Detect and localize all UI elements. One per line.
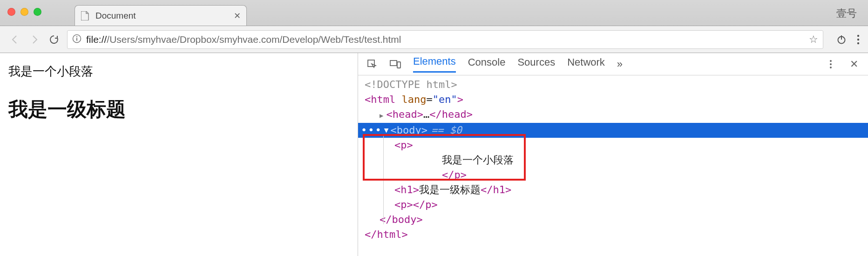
dom-tree[interactable]: <!DOCTYPE html> <html lang="en"> ▶<head>… bbox=[358, 75, 868, 242]
profile-label[interactable]: 壹号 bbox=[836, 7, 857, 20]
dom-tagname-body-close: body bbox=[392, 214, 417, 225]
tab-sources[interactable]: Sources bbox=[517, 56, 555, 72]
tab-network[interactable]: Network bbox=[567, 56, 605, 72]
svg-point-11 bbox=[830, 60, 832, 62]
browser-toolbar: file:///Users/smyhvae/Dropbox/smyhvae.co… bbox=[0, 26, 868, 53]
dom-tagname-body: body bbox=[397, 124, 421, 136]
page-viewport: 我是一个小段落 我是一级标题 bbox=[0, 53, 358, 256]
content-split: 我是一个小段落 我是一级标题 Elements Console Sources … bbox=[0, 53, 868, 256]
inspect-icon[interactable] bbox=[366, 59, 378, 70]
power-icon[interactable] bbox=[836, 34, 847, 45]
toolbar-right-icons bbox=[836, 34, 860, 45]
window-minimize-button[interactable] bbox=[20, 8, 28, 16]
dom-tagname-html: html bbox=[371, 94, 395, 105]
dom-attr-name: lang bbox=[401, 94, 426, 105]
dom-ellipsis: … bbox=[423, 108, 429, 120]
tab-title: Document bbox=[95, 11, 136, 21]
dom-tagname-p: p bbox=[400, 139, 407, 151]
menu-icon[interactable] bbox=[857, 34, 860, 45]
dom-html-open[interactable]: <html lang="en"> bbox=[358, 92, 868, 107]
file-icon bbox=[81, 11, 90, 20]
devtools-menu-icon[interactable] bbox=[825, 59, 836, 70]
forward-button[interactable] bbox=[28, 33, 41, 46]
dom-tagname-p-close: p bbox=[454, 169, 461, 181]
address-bar[interactable]: file:///Users/smyhvae/Dropbox/smyhvae.co… bbox=[67, 30, 823, 49]
browser-titlebar: Document ✕ 壹号 bbox=[0, 0, 868, 26]
expand-triangle-icon[interactable]: ▶ bbox=[380, 108, 386, 123]
dom-p-open[interactable]: <p> bbox=[358, 138, 868, 153]
bookmark-star-icon[interactable]: ☆ bbox=[809, 34, 818, 46]
svg-rect-1 bbox=[76, 38, 77, 40]
dom-tagname-h1: h1 bbox=[400, 184, 413, 195]
svg-point-13 bbox=[830, 67, 832, 68]
dom-tagname-html-close: html bbox=[377, 229, 402, 240]
tab-elements[interactable]: Elements bbox=[413, 55, 456, 73]
dom-body-close[interactable]: </body> bbox=[358, 212, 868, 227]
selection-dots-icon: ••• bbox=[358, 123, 382, 138]
svg-rect-9 bbox=[390, 61, 397, 66]
window-controls bbox=[7, 8, 41, 16]
url-path: /Users/smyhvae/Dropbox/smyhvae.com/Devel… bbox=[107, 34, 401, 45]
svg-point-6 bbox=[857, 38, 859, 40]
dom-selected-suffix: == $0 bbox=[427, 123, 462, 138]
tabs-overflow-icon[interactable]: » bbox=[617, 58, 623, 70]
tab-console[interactable]: Console bbox=[468, 56, 506, 72]
dom-tagname-p2: p bbox=[400, 199, 407, 210]
dom-tagname-head: head bbox=[393, 108, 417, 120]
window-maximize-button[interactable] bbox=[34, 8, 41, 16]
page-paragraph: 我是一个小段落 bbox=[8, 63, 349, 80]
dom-h1[interactable]: <h1>我是一级标题</h1> bbox=[358, 182, 868, 197]
dom-head[interactable]: ▶<head>…</head> bbox=[358, 107, 868, 123]
svg-point-5 bbox=[857, 34, 859, 36]
url-text: file:///Users/smyhvae/Dropbox/smyhvae.co… bbox=[86, 34, 804, 45]
devtools-tabs: Elements Console Sources Network » ✕ bbox=[358, 53, 868, 75]
devtools-close-icon[interactable]: ✕ bbox=[848, 59, 860, 70]
dom-guide-line bbox=[383, 135, 384, 224]
dom-body-selected[interactable]: ••• ▼ <body> == $0 bbox=[358, 123, 868, 138]
device-toggle-icon[interactable] bbox=[390, 59, 401, 70]
dom-h1-text: 我是一级标题 bbox=[419, 184, 481, 195]
back-button[interactable] bbox=[8, 33, 21, 46]
dom-attr-val: en bbox=[439, 94, 451, 105]
browser-tab[interactable]: Document ✕ bbox=[75, 5, 247, 26]
site-info-icon[interactable] bbox=[72, 34, 81, 45]
dom-doctype[interactable]: <!DOCTYPE html> bbox=[358, 77, 868, 92]
reload-button[interactable] bbox=[47, 33, 61, 46]
url-scheme: file:// bbox=[86, 34, 107, 45]
dom-p-text[interactable]: 我是一个小段落 bbox=[358, 153, 868, 168]
dom-tagname-h1-close: h1 bbox=[493, 184, 506, 195]
dom-tagname-p2-close: p bbox=[425, 199, 431, 210]
svg-rect-10 bbox=[397, 62, 400, 68]
dom-tagname-head-close: head bbox=[442, 108, 467, 120]
devtools-panel: Elements Console Sources Network » ✕ <!D… bbox=[358, 53, 868, 256]
dom-p-close[interactable]: </p> bbox=[358, 168, 868, 182]
svg-point-12 bbox=[830, 63, 832, 65]
page-heading: 我是一级标题 bbox=[8, 96, 349, 122]
svg-rect-2 bbox=[76, 36, 77, 37]
window-close-button[interactable] bbox=[7, 8, 15, 16]
tab-close-button[interactable]: ✕ bbox=[234, 11, 241, 21]
svg-point-7 bbox=[857, 42, 859, 44]
dom-html-close[interactable]: </html> bbox=[358, 227, 868, 242]
dom-empty-p[interactable]: <p></p> bbox=[358, 197, 868, 212]
